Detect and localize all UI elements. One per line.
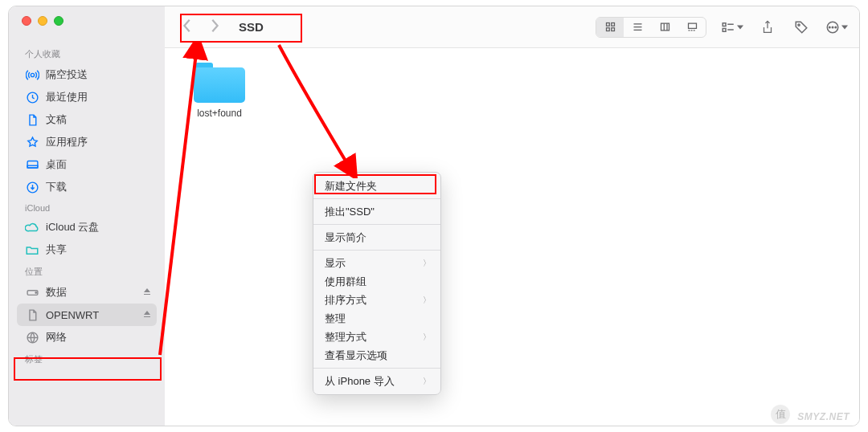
close-button[interactable] [22, 16, 31, 26]
downloads-icon [25, 180, 39, 194]
desktop-icon [25, 157, 39, 172]
sidebar-item-label: OPENWRT [46, 309, 99, 321]
airdrop-icon [25, 67, 39, 82]
svg-rect-8 [606, 23, 609, 26]
svg-rect-3 [27, 165, 38, 168]
sidebar-item-downloads[interactable]: 下载 [17, 176, 157, 198]
finder-window: 个人收藏 隔空投送 最近使用 文稿 应用程序 桌面 [8, 6, 860, 426]
folder-item[interactable]: lost+found [184, 63, 255, 119]
sidebar-item-network[interactable]: 网络 [17, 326, 157, 348]
menu-separator [313, 224, 440, 225]
sidebar-item-icloud-drive[interactable]: iCloud 云盘 [17, 216, 157, 238]
toolbar: SSD [165, 6, 859, 48]
eject-icon[interactable] [142, 309, 152, 321]
context-menu: 新建文件夹 推出"SSD" 显示简介 显示〉 使用群组 排序方式〉 整理 整理方… [313, 172, 441, 395]
svg-point-18 [829, 26, 831, 28]
chevron-right-icon: 〉 [423, 295, 431, 306]
sidebar-item-label: 隔空投送 [46, 67, 88, 82]
group-by-button[interactable] [721, 21, 743, 34]
cloud-icon [25, 220, 39, 234]
sidebar-item-documents[interactable]: 文稿 [17, 108, 157, 131]
sidebar-item-label: 共享 [46, 242, 67, 257]
svg-rect-15 [723, 28, 726, 31]
apps-icon [25, 135, 39, 149]
svg-rect-2 [27, 161, 38, 168]
svg-point-6 [35, 291, 36, 292]
chevron-right-icon: 〉 [423, 258, 431, 269]
svg-rect-11 [611, 28, 614, 31]
cm-eject-ssd[interactable]: 推出"SSD" [313, 202, 440, 221]
sidebar-item-label: 下载 [46, 180, 67, 194]
action-button[interactable] [825, 20, 848, 35]
svg-point-19 [832, 26, 833, 28]
maximize-button[interactable] [54, 16, 63, 26]
clock-icon [25, 90, 39, 104]
view-icons-button[interactable] [596, 18, 624, 37]
sidebar: 个人收藏 隔空投送 最近使用 文稿 应用程序 桌面 [9, 6, 165, 426]
share-button[interactable] [758, 18, 777, 36]
watermark-text: SMYZ.NET [797, 411, 850, 422]
view-columns-button[interactable] [651, 18, 678, 37]
sidebar-item-recents[interactable]: 最近使用 [17, 86, 157, 108]
svg-rect-10 [606, 28, 609, 31]
cm-view[interactable]: 显示〉 [313, 254, 440, 272]
sidebar-heading-locations: 位置 [17, 261, 157, 281]
svg-rect-13 [688, 23, 696, 28]
sidebar-item-label: 网络 [46, 330, 67, 344]
svg-rect-14 [723, 22, 726, 26]
menu-separator [313, 368, 440, 369]
sidebar-item-desktop[interactable]: 桌面 [17, 153, 157, 176]
sidebar-item-label: iCloud 云盘 [46, 220, 99, 234]
svg-rect-9 [611, 23, 614, 26]
cm-clean-up[interactable]: 整理 [313, 309, 440, 328]
svg-point-16 [798, 23, 800, 25]
network-icon [25, 330, 39, 344]
cm-use-groups[interactable]: 使用群组 [313, 272, 440, 291]
svg-point-20 [835, 26, 837, 28]
nav-forward-button[interactable] [210, 18, 219, 36]
nav-back-button[interactable] [182, 18, 192, 36]
menu-separator [313, 198, 440, 199]
disk-icon [25, 285, 39, 300]
eject-icon[interactable] [142, 287, 152, 299]
cm-sort-by[interactable]: 排序方式〉 [313, 291, 440, 309]
cm-clean-up-by[interactable]: 整理方式〉 [313, 328, 440, 346]
watermark-badge: 值 [771, 405, 790, 424]
sidebar-item-label: 桌面 [46, 157, 67, 172]
sidebar-heading-icloud: iCloud [17, 198, 157, 216]
sidebar-heading-favorites: 个人收藏 [17, 43, 157, 63]
sidebar-item-airdrop[interactable]: 隔空投送 [17, 63, 157, 86]
menu-separator [313, 250, 440, 251]
document-icon [25, 112, 39, 127]
sidebar-item-shared[interactable]: 共享 [17, 238, 157, 261]
sidebar-item-openwrt[interactable]: OPENWRT [17, 304, 157, 326]
cm-new-folder[interactable]: 新建文件夹 [313, 177, 440, 195]
window-title: SSD [239, 20, 264, 34]
chevron-right-icon: 〉 [423, 332, 431, 343]
view-mode-group [596, 17, 706, 38]
sidebar-item-label: 应用程序 [46, 135, 88, 149]
view-gallery-button[interactable] [678, 18, 706, 37]
svg-point-0 [31, 73, 34, 76]
sidebar-item-label: 文稿 [46, 112, 67, 127]
sidebar-heading-tags: 标签 [17, 348, 157, 369]
cm-view-options[interactable]: 查看显示选项 [313, 346, 440, 365]
minimize-button[interactable] [38, 16, 47, 26]
sidebar-item-label: 最近使用 [46, 90, 88, 104]
folder-icon [194, 63, 245, 103]
sidebar-item-data-disk[interactable]: 数据 [17, 281, 157, 304]
window-controls [9, 16, 165, 26]
view-list-button[interactable] [624, 18, 651, 37]
file-grid[interactable]: lost+found [165, 48, 859, 426]
sidebar-item-applications[interactable]: 应用程序 [17, 131, 157, 153]
chevron-right-icon: 〉 [423, 376, 431, 387]
cm-import-iphone[interactable]: 从 iPhone 导入〉 [313, 372, 440, 390]
svg-rect-12 [661, 23, 669, 31]
document-icon [25, 308, 39, 322]
sidebar-item-label: 数据 [46, 285, 67, 300]
cm-get-info[interactable]: 显示简介 [313, 228, 440, 247]
file-label: lost+found [184, 108, 255, 119]
tags-button[interactable] [792, 18, 811, 36]
shared-folder-icon [25, 242, 39, 257]
